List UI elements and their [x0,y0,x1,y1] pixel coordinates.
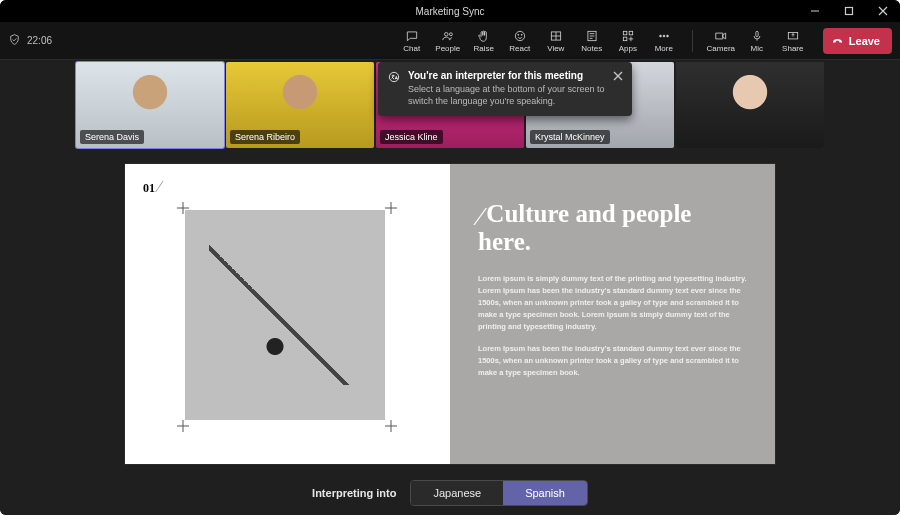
page-number-slash: ∕ [158,178,161,195]
svg-point-5 [521,34,522,35]
raise-hand-button[interactable]: Raise [466,24,502,58]
chat-button[interactable]: Chat [394,24,430,58]
document-left-page: 01∕ [125,164,450,464]
leave-label: Leave [849,35,880,47]
participant-name: Jessica Kline [380,130,443,144]
minimize-icon [810,6,820,16]
video-tile[interactable]: Serena Davis [76,62,224,148]
leave-button[interactable]: Leave [823,28,892,54]
document-paragraph: Lorem Ipsum has been the industry's stan… [478,343,747,379]
svg-point-13 [666,35,668,37]
share-icon [786,29,800,43]
camera-button[interactable]: Camera [703,24,739,58]
people-icon [441,29,455,43]
tooltip-close-button[interactable] [610,68,626,84]
chat-label: Chat [403,44,420,53]
svg-point-4 [518,34,519,35]
language-option-spanish[interactable]: Spanish [503,481,587,505]
language-selector: Japanese Spanish [410,480,587,506]
svg-point-3 [515,31,524,40]
people-button[interactable]: People [430,24,466,58]
page-number-value: 01 [143,181,155,195]
view-button[interactable]: View [538,24,574,58]
mic-icon [750,29,764,43]
toolbar-main-group: Chat People Raise React View Notes [394,24,682,58]
svg-point-16 [389,72,398,81]
crop-mark-icon [177,420,189,432]
toolbar-divider [692,30,693,52]
participant-name: Serena Ribeiro [230,130,300,144]
meeting-timer: 22:06 [27,35,52,46]
tooltip-title: You're an interpreter for this meeting [408,70,606,81]
apps-button[interactable]: Apps [610,24,646,58]
apps-label: Apps [619,44,637,53]
share-label: Share [782,44,803,53]
crop-mark-icon [385,202,397,214]
meeting-toolbar: 22:06 Chat People Raise React View [0,22,900,60]
view-icon [549,29,563,43]
mic-button[interactable]: Mic [739,24,775,58]
document-heading: ∕Culture and people here. [478,200,747,255]
document-right-page: ∕Culture and people here. Lorem ipsum is… [450,164,775,464]
svg-point-1 [444,32,448,36]
mic-label: Mic [751,44,763,53]
document-heading-text: Culture and people here. [478,200,691,255]
page-number: 01∕ [143,178,432,196]
video-tile[interactable]: Serena Ribeiro [226,62,374,148]
react-button[interactable]: React [502,24,538,58]
more-icon [657,29,671,43]
leave-icon [831,34,844,47]
chat-icon [405,29,419,43]
toolbar-av-group: Camera Mic Share [703,24,811,58]
maximize-icon [844,6,854,16]
title-bar: Marketing Sync [0,0,900,22]
more-button[interactable]: More [646,24,682,58]
interpreter-label: Interpreting into [312,487,396,499]
notes-label: Notes [581,44,602,53]
window-controls [798,0,900,22]
more-label: More [655,44,673,53]
view-label: View [547,44,564,53]
minimize-button[interactable] [798,0,832,22]
react-label: React [509,44,530,53]
svg-rect-9 [629,31,633,34]
meeting-window: Marketing Sync 22:06 Chat [0,0,900,515]
raise-label: Raise [474,44,494,53]
crop-mark-icon [385,420,397,432]
maximize-button[interactable] [832,0,866,22]
close-button[interactable] [866,0,900,22]
raise-hand-icon [477,29,491,43]
participant-video [676,62,824,148]
svg-rect-0 [846,8,853,15]
svg-point-11 [659,35,661,37]
tooltip-body: Select a language at the bottom of your … [408,83,606,107]
svg-point-2 [449,32,452,35]
participant-name: Krystal McKinney [530,130,610,144]
svg-point-12 [663,35,665,37]
svg-rect-14 [756,31,758,36]
interpreter-bar: Interpreting into Japanese Spanish [0,471,900,515]
people-label: People [435,44,460,53]
language-option-japanese[interactable]: Japanese [411,481,503,505]
close-icon [878,6,888,16]
window-title: Marketing Sync [416,6,485,17]
shared-document: 01∕ ∕Culture and people here. Lorem ipsu… [125,164,775,464]
participant-name: Serena Davis [80,130,144,144]
notes-button[interactable]: Notes [574,24,610,58]
camera-icon [714,29,728,43]
close-icon [613,71,623,81]
shared-content-area: 01∕ ∕Culture and people here. Lorem ipsu… [0,150,900,471]
document-photo [185,210,385,420]
meeting-timer-group: 22:06 [8,33,52,48]
interpreter-tooltip: You're an interpreter for this meeting S… [378,62,632,116]
video-tile[interactable] [676,62,824,148]
svg-rect-10 [623,37,627,41]
notes-icon [585,29,599,43]
interpreter-icon [387,70,401,84]
shield-icon [8,33,21,48]
document-paragraph: Lorem ipsum is simply dummy text of the … [478,273,747,333]
share-button[interactable]: Share [775,24,811,58]
svg-rect-8 [623,31,627,34]
camera-label: Camera [707,44,735,53]
participant-video-strip: Serena Davis Serena Ribeiro Jessica Klin… [0,60,900,150]
